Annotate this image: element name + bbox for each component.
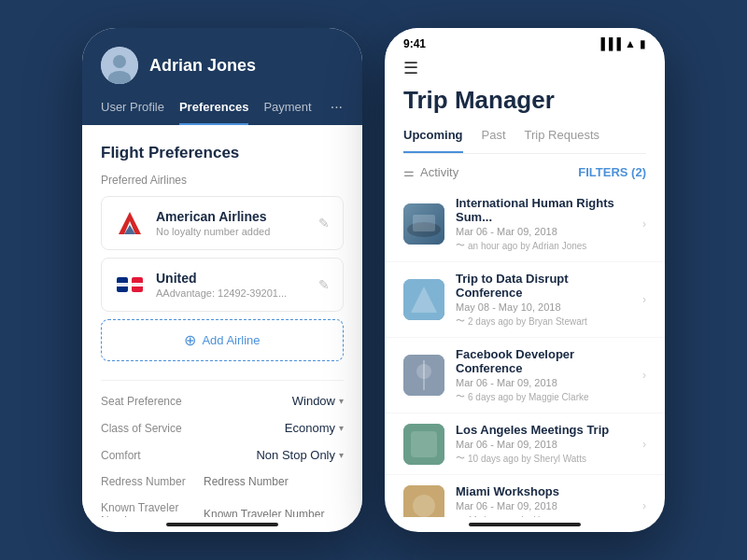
svg-rect-10 [413,215,435,231]
trip-activity-1: 〜 2 days ago by Bryan Stewart [456,315,631,328]
trip-name-0: International Human Rights Sum... [456,196,631,224]
tab-past[interactable]: Past [482,128,506,153]
chevron-right-icon-3: › [642,438,646,451]
trip-name-2: Facebook Developer Conference [456,347,631,375]
trip-date-1: May 08 - May 10, 2018 [456,301,631,313]
trip-date-3: Mar 06 - Mar 09, 2018 [456,439,631,450]
redress-input[interactable] [204,475,344,488]
trip-tabs: Upcoming Past Trip Requests [403,128,646,154]
wifi-icon: ▲ [625,37,636,50]
pref-class-select[interactable]: Economy ▾ [285,421,344,435]
tab-preferences[interactable]: Preferences [179,100,248,125]
pref-comfort-value: Non Stop Only [256,448,335,462]
divider [101,380,344,381]
trip-list: International Human Rights Sum... Mar 06… [385,187,665,517]
signal-icon: ▐▐▐ [598,37,622,50]
phone-header: Adrian Jones User Profile Preferences Pa… [82,28,362,125]
trip-item-2[interactable]: Facebook Developer Conference Mar 06 - M… [385,338,665,413]
trip-thumb-1 [403,279,444,320]
tab-user-profile[interactable]: User Profile [101,100,164,125]
pref-known-label: Known Traveler Number [101,501,204,517]
user-row: Adrian Jones [101,47,344,84]
chevron-right-icon-4: › [642,499,646,512]
trip-item-0[interactable]: International Human Rights Sum... Mar 06… [385,187,665,262]
trip-name-1: Trip to Data Disrupt Conference [456,272,631,300]
pref-comfort: Comfort Non Stop Only ▾ [101,448,344,462]
trip-thumb-4 [403,485,444,518]
chevron-down-icon: ▾ [339,423,344,433]
right-body: ☰ Trip Manager Upcoming Past Trip Reques… [385,54,665,517]
trip-item-1[interactable]: Trip to Data Disrupt Conference May 08 -… [385,262,665,338]
left-phone: Adrian Jones User Profile Preferences Pa… [82,28,362,532]
right-phone: 9:41 ▐▐▐ ▲ ▮ ☰ Trip Manager Upcoming Pas… [385,28,665,532]
trip-item-3[interactable]: Los Angeles Meetings Trip Mar 06 - Mar 0… [385,413,665,475]
pref-redress: Redress Number [101,475,344,488]
chevron-right-icon-0: › [642,217,646,231]
add-icon: ⊕ [184,331,196,349]
home-indicator [166,523,278,526]
tab-payment[interactable]: Payment [263,100,311,125]
add-airline-button[interactable]: ⊕ Add Airline [101,319,344,361]
battery-icon: ▮ [640,37,646,50]
chevron-down-icon: ▾ [339,450,344,460]
chevron-right-icon-1: › [642,293,646,306]
trip-info-4: Miami Workshops Mar 06 - Mar 09, 2018 〜 … [456,484,631,517]
ua-logo-icon [115,270,145,300]
trip-activity-2: 〜 6 days ago by Maggie Clarke [456,390,631,403]
known-traveler-input[interactable] [204,508,344,517]
status-bar: 9:41 ▐▐▐ ▲ ▮ [385,28,665,54]
trip-date-4: Mar 06 - Mar 09, 2018 [456,500,631,511]
chevron-down-icon: ▾ [339,396,344,406]
filters-badge[interactable]: FILTERS (2) [578,165,646,179]
trip-thumb-3 [403,424,444,465]
preferred-airlines-label: Preferred Airlines [101,174,344,187]
aa-logo-icon [115,208,145,238]
trip-name-3: Los Angeles Meetings Trip [456,423,631,437]
trip-thumb-0 [403,203,444,245]
pref-comfort-label: Comfort [101,449,141,462]
edit-icon-aa[interactable]: ✎ [318,216,330,231]
activity-label: ⚌ Activity [403,165,458,179]
tab-trip-requests[interactable]: Trip Requests [525,128,599,153]
menu-icon[interactable]: ☰ [403,54,646,86]
trip-info-0: International Human Rights Sum... Mar 06… [456,196,631,252]
trip-info-2: Facebook Developer Conference Mar 06 - M… [456,347,631,403]
svg-point-15 [416,364,431,379]
airline-card-aa: American Airlines No loyalty number adde… [101,196,344,250]
tab-upcoming[interactable]: Upcoming [403,128,463,153]
pref-known-traveler: Known Traveler Number [101,501,344,517]
status-time: 9:41 [403,37,426,50]
activity-text: Activity [420,165,458,179]
svg-point-1 [113,55,126,68]
trip-info-1: Trip to Data Disrupt Conference May 08 -… [456,272,631,328]
pref-redress-label: Redress Number [101,475,186,488]
trip-header: ☰ Trip Manager Upcoming Past Trip Reques… [385,54,665,154]
trip-name-4: Miami Workshops [456,484,631,498]
pref-comfort-select[interactable]: Non Stop Only ▾ [256,448,344,462]
trip-activity-3: 〜 10 days ago by Sheryl Watts [456,452,631,465]
pulse-icon-2: 〜 [456,390,465,403]
svg-rect-7 [117,283,143,287]
pref-seat-select[interactable]: Window ▾ [292,394,344,408]
pref-class-value: Economy [285,421,335,435]
airline-card-ua: United AAdvantage: 12492-39201... ✎ [101,258,344,312]
trip-item-4[interactable]: Miami Workshops Mar 06 - Mar 09, 2018 〜 … [385,475,665,517]
airline-info-aa: American Airlines No loyalty number adde… [156,209,307,237]
flight-prefs-title: Flight Preferences [101,144,344,162]
edit-icon-ua[interactable]: ✎ [318,277,330,292]
airline-name-ua: United [156,271,307,286]
pulse-icon-0: 〜 [456,239,465,252]
more-options-icon[interactable]: ··· [331,99,343,125]
pref-seat: Seat Preference Window ▾ [101,394,344,408]
trip-activity-4: 〜 11 days ago by You [456,513,631,517]
status-icons: ▐▐▐ ▲ ▮ [598,37,646,50]
pref-seat-label: Seat Preference [101,395,182,408]
svg-rect-17 [411,431,437,457]
pulse-icon-3: 〜 [456,452,465,465]
activity-bar: ⚌ Activity FILTERS (2) [385,154,665,187]
trip-date-0: Mar 06 - Mar 09, 2018 [456,226,631,237]
svg-point-19 [413,495,435,517]
trip-date-2: Mar 06 - Mar 09, 2018 [456,377,631,388]
airline-info-ua: United AAdvantage: 12492-39201... [156,271,307,299]
airline-sub-ua: AAdvantage: 12492-39201... [156,287,307,299]
